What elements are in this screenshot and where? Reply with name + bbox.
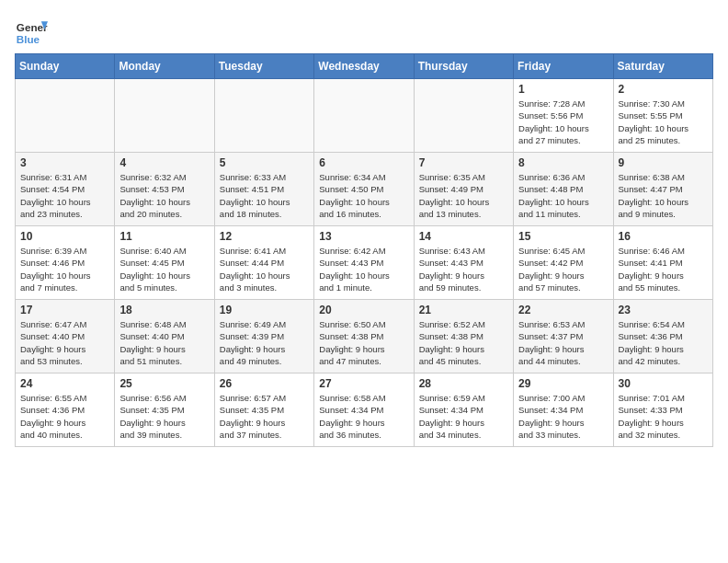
cell-content: Sunrise: 6:45 AM Sunset: 4:42 PM Dayligh… [518,245,608,293]
day-number: 11 [119,230,209,243]
calendar-cell: 24Sunrise: 6:55 AM Sunset: 4:36 PM Dayli… [16,373,115,447]
calendar-table: SundayMondayTuesdayWednesdayThursdayFrid… [15,53,713,447]
calendar-cell [115,79,214,153]
calendar-cell: 6Sunrise: 6:34 AM Sunset: 4:50 PM Daylig… [314,153,414,226]
calendar-cell: 15Sunrise: 6:45 AM Sunset: 4:42 PM Dayli… [514,226,613,300]
calendar-cell: 30Sunrise: 7:01 AM Sunset: 4:33 PM Dayli… [613,373,712,447]
day-number: 12 [220,230,309,243]
day-number: 13 [319,230,408,243]
calendar-cell [314,79,414,153]
cell-content: Sunrise: 6:39 AM Sunset: 4:46 PM Dayligh… [20,245,109,293]
day-number: 17 [20,304,109,316]
weekday-header: Thursday [414,54,513,79]
day-number: 16 [619,230,708,243]
cell-content: Sunrise: 6:31 AM Sunset: 4:54 PM Dayligh… [20,171,109,220]
calendar-cell [16,79,115,153]
calendar-cell: 5Sunrise: 6:33 AM Sunset: 4:51 PM Daylig… [214,153,313,226]
day-number: 1 [518,83,608,96]
day-number: 15 [518,230,608,243]
weekday-header: Monday [115,54,214,79]
calendar-cell: 10Sunrise: 6:39 AM Sunset: 4:46 PM Dayli… [16,226,115,300]
cell-content: Sunrise: 6:32 AM Sunset: 4:53 PM Dayligh… [119,171,209,220]
svg-text:Blue: Blue [17,33,40,45]
weekday-header: Saturday [613,54,712,79]
cell-content: Sunrise: 6:43 AM Sunset: 4:43 PM Dayligh… [419,245,508,293]
cell-content: Sunrise: 6:33 AM Sunset: 4:51 PM Dayligh… [220,171,309,220]
cell-content: Sunrise: 6:54 AM Sunset: 4:36 PM Dayligh… [619,318,708,367]
cell-content: Sunrise: 6:36 AM Sunset: 4:48 PM Dayligh… [518,171,608,220]
calendar-cell [214,79,313,153]
cell-content: Sunrise: 6:56 AM Sunset: 4:35 PM Dayligh… [119,392,209,441]
day-number: 14 [419,230,508,243]
cell-content: Sunrise: 6:42 AM Sunset: 4:43 PM Dayligh… [319,245,408,293]
day-number: 3 [20,156,109,169]
cell-content: Sunrise: 6:46 AM Sunset: 4:41 PM Dayligh… [619,245,708,293]
day-number: 5 [220,156,309,169]
cell-content: Sunrise: 6:49 AM Sunset: 4:39 PM Dayligh… [220,318,309,367]
calendar-cell: 22Sunrise: 6:53 AM Sunset: 4:37 PM Dayli… [514,300,613,373]
calendar-cell: 7Sunrise: 6:35 AM Sunset: 4:49 PM Daylig… [414,153,513,226]
calendar-cell: 11Sunrise: 6:40 AM Sunset: 4:45 PM Dayli… [115,226,214,300]
logo: General Blue [15,15,48,48]
day-number: 6 [319,156,408,169]
day-number: 30 [619,377,708,390]
cell-content: Sunrise: 7:00 AM Sunset: 4:34 PM Dayligh… [518,392,608,441]
calendar-cell: 28Sunrise: 6:59 AM Sunset: 4:34 PM Dayli… [414,373,513,447]
cell-content: Sunrise: 6:52 AM Sunset: 4:38 PM Dayligh… [419,318,508,367]
logo-icon: General Blue [15,15,48,48]
calendar-cell: 16Sunrise: 6:46 AM Sunset: 4:41 PM Dayli… [613,226,712,300]
weekday-header: Friday [514,54,613,79]
day-number: 19 [220,304,309,316]
calendar-cell: 13Sunrise: 6:42 AM Sunset: 4:43 PM Dayli… [314,226,414,300]
calendar-cell: 12Sunrise: 6:41 AM Sunset: 4:44 PM Dayli… [214,226,313,300]
cell-content: Sunrise: 6:35 AM Sunset: 4:49 PM Dayligh… [419,171,508,220]
calendar-cell: 4Sunrise: 6:32 AM Sunset: 4:53 PM Daylig… [115,153,214,226]
day-number: 29 [518,377,608,390]
calendar-cell: 8Sunrise: 6:36 AM Sunset: 4:48 PM Daylig… [514,153,613,226]
day-number: 9 [619,156,708,169]
day-number: 26 [220,377,309,390]
calendar-cell: 19Sunrise: 6:49 AM Sunset: 4:39 PM Dayli… [214,300,313,373]
calendar-cell: 2Sunrise: 7:30 AM Sunset: 5:55 PM Daylig… [613,79,712,153]
cell-content: Sunrise: 6:53 AM Sunset: 4:37 PM Dayligh… [518,318,608,367]
day-number: 8 [518,156,608,169]
calendar-cell: 9Sunrise: 6:38 AM Sunset: 4:47 PM Daylig… [613,153,712,226]
calendar-cell: 27Sunrise: 6:58 AM Sunset: 4:34 PM Dayli… [314,373,414,447]
cell-content: Sunrise: 6:58 AM Sunset: 4:34 PM Dayligh… [319,392,408,441]
cell-content: Sunrise: 6:50 AM Sunset: 4:38 PM Dayligh… [319,318,408,367]
cell-content: Sunrise: 6:48 AM Sunset: 4:40 PM Dayligh… [119,318,209,367]
calendar-cell: 18Sunrise: 6:48 AM Sunset: 4:40 PM Dayli… [115,300,214,373]
day-number: 10 [20,230,109,243]
day-number: 24 [20,377,109,390]
day-number: 7 [419,156,508,169]
calendar-cell: 29Sunrise: 7:00 AM Sunset: 4:34 PM Dayli… [514,373,613,447]
cell-content: Sunrise: 6:47 AM Sunset: 4:40 PM Dayligh… [20,318,109,367]
calendar-cell: 17Sunrise: 6:47 AM Sunset: 4:40 PM Dayli… [16,300,115,373]
cell-content: Sunrise: 7:01 AM Sunset: 4:33 PM Dayligh… [619,392,708,441]
calendar-cell: 21Sunrise: 6:52 AM Sunset: 4:38 PM Dayli… [414,300,513,373]
cell-content: Sunrise: 7:28 AM Sunset: 5:56 PM Dayligh… [518,98,608,146]
calendar-cell [414,79,513,153]
weekday-header: Tuesday [214,54,313,79]
day-number: 28 [419,377,508,390]
day-number: 20 [319,304,408,316]
calendar-cell: 3Sunrise: 6:31 AM Sunset: 4:54 PM Daylig… [16,153,115,226]
day-number: 23 [619,304,708,316]
day-number: 22 [518,304,608,316]
calendar-cell: 14Sunrise: 6:43 AM Sunset: 4:43 PM Dayli… [414,226,513,300]
cell-content: Sunrise: 6:38 AM Sunset: 4:47 PM Dayligh… [619,171,708,220]
header: General Blue [15,15,713,48]
cell-content: Sunrise: 6:59 AM Sunset: 4:34 PM Dayligh… [419,392,508,441]
weekday-header: Wednesday [314,54,414,79]
cell-content: Sunrise: 6:40 AM Sunset: 4:45 PM Dayligh… [119,245,209,293]
day-number: 18 [119,304,209,316]
calendar-cell: 20Sunrise: 6:50 AM Sunset: 4:38 PM Dayli… [314,300,414,373]
day-number: 4 [119,156,209,169]
day-number: 25 [119,377,209,390]
weekday-header: Sunday [16,54,115,79]
cell-content: Sunrise: 6:41 AM Sunset: 4:44 PM Dayligh… [220,245,309,293]
day-number: 2 [619,83,708,96]
cell-content: Sunrise: 7:30 AM Sunset: 5:55 PM Dayligh… [619,98,708,146]
calendar-cell: 25Sunrise: 6:56 AM Sunset: 4:35 PM Dayli… [115,373,214,447]
cell-content: Sunrise: 6:34 AM Sunset: 4:50 PM Dayligh… [319,171,408,220]
